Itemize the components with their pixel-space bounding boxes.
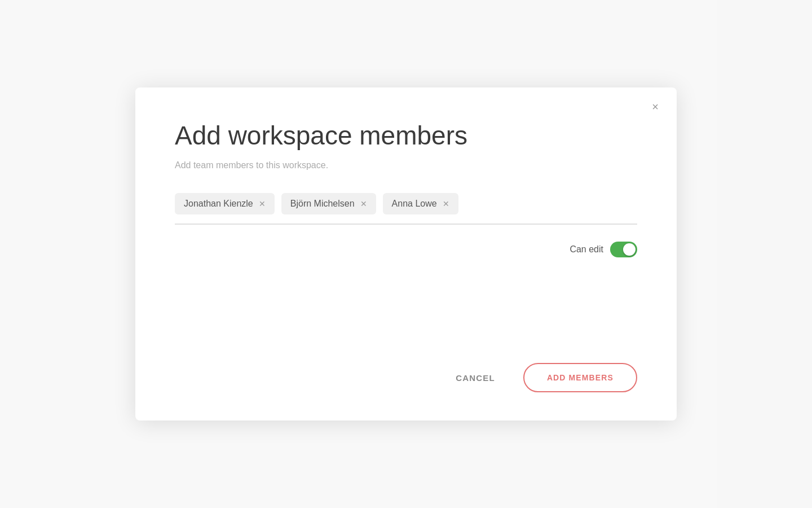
dialog-subtitle: Add team members to this workspace. xyxy=(175,160,637,170)
member-chip-name: Björn Michelsen xyxy=(290,199,355,209)
close-button[interactable]: × xyxy=(647,99,663,115)
remove-icon: ✕ xyxy=(259,200,266,208)
toggle-track xyxy=(610,242,637,257)
remove-member-button[interactable]: ✕ xyxy=(259,200,266,208)
close-icon: × xyxy=(652,100,659,113)
member-chip: Jonathan Kienzle✕ xyxy=(175,193,275,214)
remove-member-button[interactable]: ✕ xyxy=(443,200,449,208)
modal-overlay: × Add workspace members Add team members… xyxy=(0,0,812,508)
member-chip: Björn Michelsen✕ xyxy=(281,193,376,214)
remove-icon: ✕ xyxy=(360,200,367,208)
member-chip: Anna Lowe✕ xyxy=(383,193,458,214)
can-edit-label: Can edit xyxy=(570,244,603,255)
members-input-row: Jonathan Kienzle✕Björn Michelsen✕Anna Lo… xyxy=(175,193,637,225)
can-edit-row: Can edit xyxy=(175,242,637,257)
add-members-button[interactable]: ADD MEMBERS xyxy=(523,363,637,392)
member-chip-name: Jonathan Kienzle xyxy=(184,199,253,209)
remove-icon: ✕ xyxy=(443,200,449,208)
toggle-thumb xyxy=(623,243,636,256)
actions-row: CANCEL ADD MEMBERS xyxy=(175,363,637,392)
cancel-button[interactable]: CANCEL xyxy=(444,366,506,389)
dialog-title: Add workspace members xyxy=(175,121,637,150)
can-edit-toggle[interactable] xyxy=(610,242,637,257)
dialog: × Add workspace members Add team members… xyxy=(135,87,677,421)
member-chip-name: Anna Lowe xyxy=(392,199,437,209)
remove-member-button[interactable]: ✕ xyxy=(360,200,367,208)
